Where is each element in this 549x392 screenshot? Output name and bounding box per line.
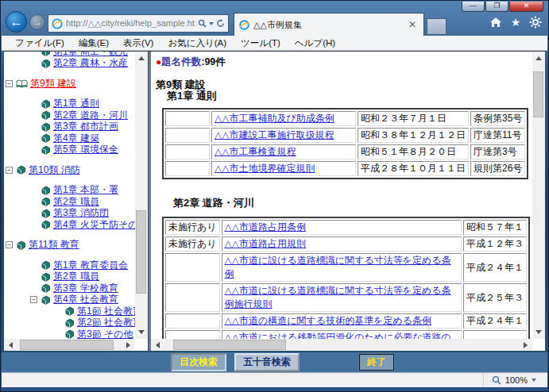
tree-link-selected[interactable]: 第9類 建設 [30,77,76,90]
regulation-link[interactable]: △△市土地境界確定規則 [215,163,315,174]
regulation-link[interactable]: △△市工事検査規程 [215,146,296,157]
regulation-link[interactable]: △△市道の構造に関する技術的基準を定める条例 [225,315,431,326]
ie-favicon [239,20,249,30]
menu-edit[interactable]: 編集(E) [72,37,116,49]
book-icon [41,145,53,155]
book-icon [41,122,53,132]
menu-favorites[interactable]: お気に入り(A) [160,37,234,49]
pending-flag-cell [165,253,220,282]
tree-link[interactable]: 第2章 農林・水産 [53,56,128,70]
regulation-title-cell: △△市土地境界確定規則 [211,161,356,176]
refresh-icon[interactable] [216,19,225,28]
tab-close-icon[interactable]: ✕ [406,19,419,30]
chapter1-heading: 第1章 通則 [156,90,530,102]
regulation-row: 未施行あり△△市道路占用規則平成１２年３ [165,236,527,252]
toc-tree-pane: 第1章 商工・観光第2章 農林・水産−第9類 建設第1章 通則第2章 道路・河川… [4,52,148,352]
pending-flag-cell [165,144,210,159]
regulation-title-cell: △△市道の構造に関する技術的基準を定める条例 [222,313,462,329]
book-icon [41,186,53,195]
page-content: 第1章 商工・観光第2章 農林・水産−第9類 建設第1章 通則第2章 道路・河川… [4,51,545,351]
regulation-row: △△市工事検査規程昭和５１年８月２０日庁達第3号 [165,144,525,159]
zoom-control[interactable]: 100% [483,373,547,387]
pending-flag-cell: 未施行あり [165,220,220,235]
browser-toolbar: ← → http://△△city/reiki/help_sample.html… [1,11,548,36]
status-bar: 100% [2,372,547,387]
book-icon [41,133,53,143]
main-horizontal-scrollbar[interactable] [151,339,532,352]
toc-search-button[interactable]: 目次検索 [171,353,226,371]
class-heading: 第9類 建設 [156,79,530,90]
regulation-number-cell: 庁達第11号 [470,128,525,143]
regulation-row: △△市道に設ける道路標識に関する寸法等を定める条例施行規則平成２５年３ [165,283,527,312]
regulation-number-cell: 庁達第3号 [470,144,525,159]
regulation-link[interactable]: △△市道路占用条例 [225,221,306,233]
settings-gear-icon[interactable] [529,16,542,29]
favorites-star-icon[interactable]: ★ [509,16,522,29]
ie-page-icon [52,18,63,29]
regulation-row: △△市建設工事施行取扱規程昭和３８年１２月１２日庁達第11号 [165,128,525,143]
pending-flag-cell [165,313,220,329]
search-icon[interactable] [198,19,207,28]
book-icon [41,52,53,56]
tree-collapse-icon[interactable]: − [6,167,13,174]
tree-link[interactable]: 第5章 環境保全 [53,143,118,156]
exit-button[interactable]: 終了 [359,354,394,371]
regulation-date-cell: 昭和５７年１ [463,220,527,235]
tree-collapse-icon[interactable]: − [6,80,13,87]
result-pane: ●題名件数:99件 第9類 建設 第1章 通則 △△市工事補助及び助成条例昭和２… [151,52,545,352]
tree-item: −第9類 建設 [4,78,135,90]
menu-tools[interactable]: ツール(T) [234,37,288,49]
zoom-dropdown-icon[interactable] [532,379,536,382]
regulation-title-cell: △△市道路占用規則 [222,236,462,252]
book-icon [41,260,53,270]
url-text[interactable]: http://△△city/reiki/help_sample.html [66,18,195,29]
menu-bar: ファイル(F) 編集(E) 表示(V) お気に入り(A) ツール(T) ヘルプ(… [2,36,547,51]
browser-window: — ❐ ✕ ← → http://△△city/reiki/help_sampl… [0,0,549,392]
address-dropdown-icon[interactable] [209,22,214,25]
pending-flag-cell: 未施行あり [165,236,220,252]
forward-button[interactable]: → [29,14,45,30]
regulation-link[interactable]: △△市工事補助及び助成条例 [215,113,334,124]
function-button-bar: 目次検索 五十音検索 終了 [2,351,547,372]
address-bar[interactable]: http://△△city/reiki/help_sample.html [48,14,229,33]
book-icon [41,295,53,305]
toc-tree: 第1章 商工・観光第2章 農林・水産−第9類 建設第1章 通則第2章 道路・河川… [4,52,135,352]
chapter2-heading: 第2章 道路・河川 [156,196,530,210]
regulation-link[interactable]: △△市道に設ける道路標識に関する寸法等を定める条例 [225,255,451,279]
tree-item: −第10類 消防 [4,164,135,176]
book-icon [64,318,77,328]
browser-tab[interactable]: △△市例規集 ✕ [234,13,424,36]
pending-flag-cell [165,111,210,126]
book-icon [41,283,53,293]
pending-flag-cell [165,161,210,176]
regulation-table-chapter2: 未施行あり△△市道路占用条例昭和５７年１未施行あり△△市道路占用規則平成１２年３… [162,217,530,352]
book-icon [16,165,29,175]
new-tab-button[interactable] [427,18,447,35]
tree-collapse-icon[interactable]: − [30,296,37,303]
tree-collapse-icon[interactable]: − [6,241,13,248]
regulation-link[interactable]: △△市建設工事施行取扱規程 [215,129,334,140]
book-icon [41,110,53,120]
title-count-label: 題名件数 [161,56,201,67]
menu-view[interactable]: 表示(V) [116,37,160,49]
tree-horizontal-scrollbar[interactable] [4,339,135,352]
book-icon [41,272,53,282]
menu-file[interactable]: ファイル(F) [8,37,72,49]
tree-link[interactable]: 第4章 火災予防その他 [53,218,135,232]
home-icon[interactable] [489,16,502,29]
tree-link[interactable]: 第11類 教育 [29,238,79,252]
back-button[interactable]: ← [6,11,27,33]
tree-vertical-scrollbar[interactable] [135,52,148,339]
tree-link[interactable]: 第10類 消防 [29,163,80,177]
tree-item: −第11類 教育 [4,240,135,252]
main-vertical-scrollbar[interactable] [532,52,545,339]
regulation-link[interactable]: △△市道路占用規則 [225,238,306,249]
regulation-date-cell: 平成２４年１ [463,253,527,282]
kana-search-button[interactable]: 五十音検索 [234,353,300,371]
book-icon [41,197,53,206]
regulation-date-cell: 平成１２年３ [463,236,527,252]
regulation-link[interactable]: △△市道に設ける道路標識に関する寸法等を定める条例施行規則 [225,285,451,309]
menu-help[interactable]: ヘルプ(H) [288,37,342,49]
regulation-date-cell: 昭和２３年７月１日 [358,111,469,126]
regulation-row: △△市土地境界確定規則平成２８年１０月１１日規則第26号 [165,161,525,176]
